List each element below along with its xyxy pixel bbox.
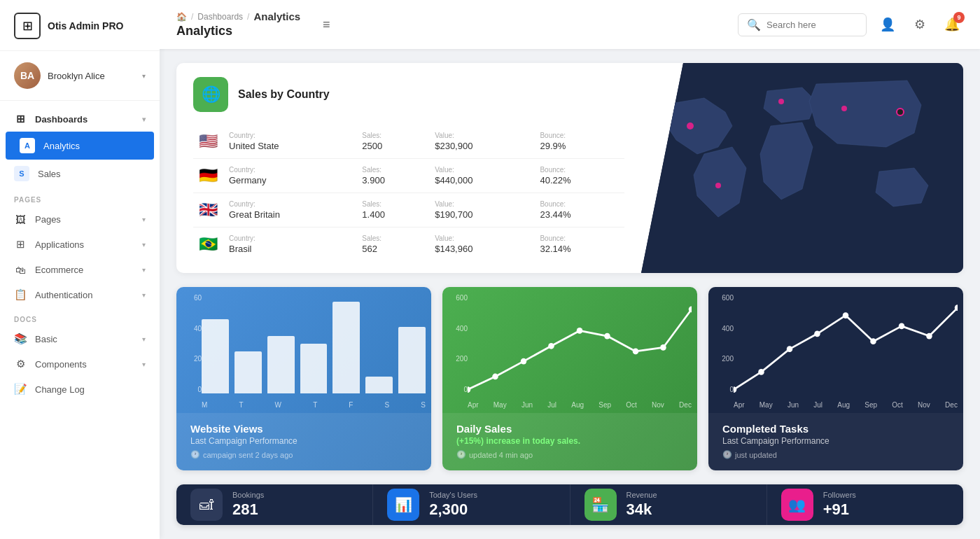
settings-button[interactable]: ⚙ — [909, 13, 931, 36]
country-row: 🇬🇧 Country: Great Britain Sales: 1.400 V… — [193, 193, 624, 227]
svg-point-13 — [660, 344, 666, 351]
user-name: Brooklyn Alice — [48, 71, 135, 81]
svg-point-19 — [843, 312, 849, 318]
completed-tasks-info: Completed Tasks Last Campaign Performanc… — [708, 413, 963, 470]
sales-country-card: 🌐 Sales by Country 🇺🇸 Country: United St… — [176, 63, 963, 273]
bar-w — [267, 336, 295, 393]
basic-chevron-icon: ▾ — [142, 335, 146, 343]
daily-sales-info: Daily Sales (+15%) increase in today sal… — [442, 413, 697, 470]
sidebar-item-ecommerce[interactable]: 🛍 Ecommerce ▾ — [0, 257, 160, 282]
bookings-label: Bookings — [232, 491, 264, 499]
completed-tasks-chart: 600 400 200 0 — [708, 287, 963, 413]
website-views-chart: 60 40 20 0 M — [176, 287, 431, 413]
sidebar: ⊞ Otis Admin PRO BA Brooklyn Alice ▾ ⊞ D… — [0, 0, 160, 539]
main-content: 🏠 / Dashboards / Analytics Analytics ≡ 🔍… — [160, 0, 980, 539]
map-section — [641, 63, 963, 273]
sidebar-item-authentication[interactable]: 📋 Authentication ▾ — [0, 282, 160, 307]
country-row: 🇺🇸 Country: United State Sales: 2500 Val… — [193, 125, 624, 159]
home-icon: 🏠 — [176, 12, 187, 22]
users-value: 2,300 — [429, 500, 477, 519]
svg-point-17 — [787, 346, 793, 352]
user-chevron-icon: ▾ — [142, 72, 146, 80]
y-label-0-bar: 0 — [182, 386, 202, 393]
completed-tasks-title: Completed Tasks — [722, 423, 949, 435]
bar-s2 — [398, 327, 426, 393]
user-profile-button[interactable]: 👤 — [876, 13, 899, 36]
flag-icon: 🇺🇸 — [199, 132, 218, 150]
svg-point-18 — [814, 330, 820, 337]
authentication-chevron-icon: ▾ — [142, 291, 146, 299]
users-icon: 📊 — [387, 489, 419, 521]
revenue-label: Revenue — [626, 491, 657, 499]
x-label-t2: T — [313, 401, 317, 409]
followers-value: +91 — [823, 500, 856, 519]
y-label-60: 60 — [182, 294, 202, 302]
notifications-button[interactable]: 🔔 9 — [941, 13, 963, 36]
stat-followers: 👥 Followers +91 — [767, 484, 963, 525]
card-title: Sales by Country — [238, 88, 330, 101]
stat-revenue: 🏪 Revenue 34k — [570, 484, 767, 525]
svg-point-21 — [899, 323, 905, 330]
sidebar-item-pages[interactable]: 🖼 Pages ▾ — [0, 206, 160, 232]
svg-point-9 — [548, 343, 554, 349]
notification-badge: 9 — [953, 12, 965, 23]
sidebar-logo: ⊞ Otis Admin PRO — [0, 0, 160, 51]
bar-t2 — [300, 344, 328, 393]
country-row: 🇩🇪 Country: Germany Sales: 3.900 Value: … — [193, 159, 624, 193]
daily-sales-footer: 🕐 updated 4 min ago — [456, 450, 683, 459]
bar-chart-area — [202, 294, 426, 393]
svg-point-16 — [758, 369, 764, 375]
svg-point-8 — [521, 358, 527, 365]
header-right: 🔍 👤 ⚙ 🔔 9 — [738, 13, 963, 36]
x-label-s: S — [385, 401, 390, 409]
authentication-icon: 📋 — [14, 288, 27, 301]
y-label-20: 20 — [182, 355, 202, 363]
stats-row: 🛋 Bookings 281 📊 Today's Users 2,300 🏪 R… — [176, 484, 963, 525]
followers-info: Followers +91 — [823, 491, 856, 519]
dashboards-icon: ⊞ — [14, 113, 27, 125]
sidebar-user[interactable]: BA Brooklyn Alice ▾ — [0, 51, 160, 101]
flag-icon: 🇬🇧 — [199, 201, 218, 218]
content-area: 🌐 Sales by Country 🇺🇸 Country: United St… — [160, 49, 980, 539]
sidebar-item-sales[interactable]: S Sales — [0, 160, 160, 188]
analytics-icon: A — [20, 138, 35, 153]
avatar: BA — [14, 62, 41, 89]
breadcrumb-parent: Dashboards — [197, 12, 243, 22]
users-label: Today's Users — [429, 491, 477, 499]
header: 🏠 / Dashboards / Analytics Analytics ≡ 🔍… — [160, 0, 980, 49]
x-label-t: T — [239, 401, 243, 409]
svg-point-11 — [604, 333, 610, 340]
flag-icon: 🇧🇷 — [199, 235, 218, 253]
bookings-icon: 🛋 — [190, 489, 223, 521]
app-name: Otis Admin PRO — [48, 20, 123, 32]
sidebar-item-components[interactable]: ⚙ Components ▾ — [0, 351, 160, 377]
completed-tasks-x-labels: Apr May Jun Jul Aug Sep Oct Nov Dec — [734, 401, 958, 409]
sidebar-item-analytics[interactable]: A Analytics — [6, 132, 154, 160]
revenue-value: 34k — [626, 500, 657, 519]
svg-point-4 — [897, 108, 904, 115]
card-header: 🌐 Sales by Country — [193, 77, 624, 112]
completed-tasks-line-svg — [734, 294, 958, 393]
search-input[interactable] — [766, 20, 858, 30]
charts-row: 60 40 20 0 M — [176, 287, 963, 470]
bar-m — [202, 319, 229, 394]
x-label-f: F — [349, 401, 353, 409]
svg-point-5 — [715, 183, 721, 188]
daily-sales-x-labels: Apr May Jun Jul Aug Sep Oct Nov Dec — [468, 401, 692, 409]
sidebar-item-applications[interactable]: ⊞ Applications ▾ — [0, 232, 160, 257]
sidebar-item-basic[interactable]: 📚 Basic ▾ — [0, 326, 160, 351]
sidebar-item-changelog[interactable]: 📝 Change Log — [0, 377, 160, 402]
section-pages-label: PAGES — [0, 188, 160, 206]
revenue-info: Revenue 34k — [626, 491, 657, 519]
pages-icon: 🖼 — [14, 213, 27, 225]
x-label-w: W — [275, 401, 281, 409]
user-circle-icon: 👤 — [880, 17, 895, 32]
followers-icon: 👥 — [781, 489, 813, 521]
logo-icon: ⊞ — [14, 13, 41, 39]
bookings-value: 281 — [232, 500, 264, 519]
bookings-info: Bookings 281 — [232, 491, 264, 519]
menu-toggle-button[interactable]: ≡ — [323, 18, 330, 32]
country-row: 🇧🇷 Country: Brasil Sales: 562 Value: $14… — [193, 227, 624, 262]
website-views-info: Website Views Last Campaign Performance … — [176, 413, 431, 470]
sidebar-item-dashboards[interactable]: ⊞ Dashboards ▾ — [0, 106, 160, 132]
